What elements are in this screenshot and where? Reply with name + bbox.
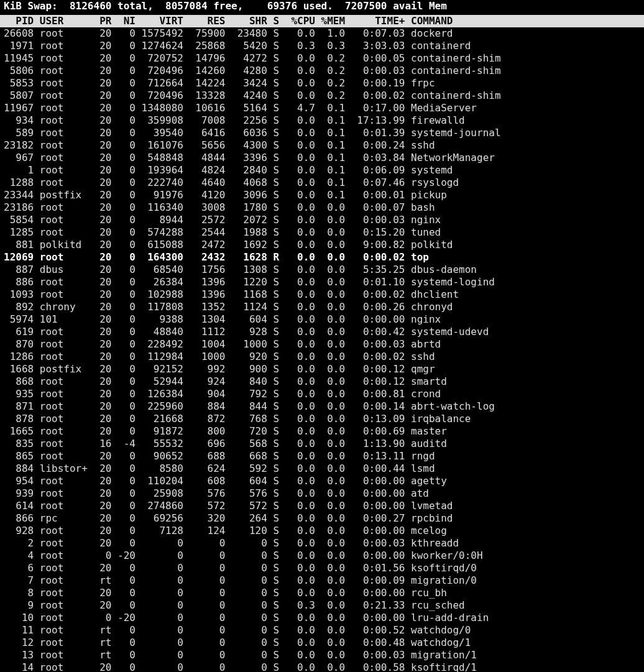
- process-row[interactable]: 5806 root 20 0 720496 14260 4280 S 0.0 0…: [0, 65, 644, 77]
- process-row[interactable]: 11967 root 20 0 1348080 10616 5164 S 4.7…: [0, 102, 644, 114]
- process-row[interactable]: 954 root 20 0 110204 608 604 S 0.0 0.0 0…: [0, 475, 644, 487]
- process-row[interactable]: 881 polkitd 20 0 615088 2472 1692 S 0.0 …: [0, 239, 644, 251]
- process-row[interactable]: 11945 root 20 0 720752 14796 4272 S 0.0 …: [0, 52, 644, 65]
- process-row[interactable]: 10 root 0 -20 0 0 0 S 0.0 0.0 0:00.00 lr…: [0, 612, 644, 624]
- process-row[interactable]: 887 dbus 20 0 68540 1756 1308 S 0.0 0.0 …: [0, 264, 644, 276]
- process-row[interactable]: 935 root 20 0 126384 904 792 S 0.0 0.0 0…: [0, 388, 644, 400]
- process-row[interactable]: 23344 postfix 20 0 91976 4120 3096 S 0.0…: [0, 189, 644, 201]
- process-row[interactable]: 886 root 20 0 26384 1396 1220 S 0.0 0.0 …: [0, 276, 644, 288]
- process-table-header[interactable]: PID USER PR NI VIRT RES SHR S %CPU %MEM …: [0, 15, 644, 27]
- process-row[interactable]: 5807 root 20 0 720496 13328 4240 S 0.0 0…: [0, 90, 644, 102]
- process-row[interactable]: 5853 root 20 0 712664 14224 3424 S 0.0 0…: [0, 77, 644, 90]
- process-row[interactable]: 11 root rt 0 0 0 0 S 0.0 0.0 0:00.52 wat…: [0, 624, 644, 637]
- process-row[interactable]: 12 root rt 0 0 0 0 S 0.0 0.0 0:00.48 wat…: [0, 637, 644, 649]
- process-row[interactable]: 6 root 20 0 0 0 0 S 0.0 0.0 0:01.56 ksof…: [0, 562, 644, 574]
- process-row[interactable]: 12069 root 20 0 164300 2432 1628 R 0.0 0…: [0, 251, 644, 264]
- process-row[interactable]: 967 root 20 0 548848 4844 3396 S 0.0 0.1…: [0, 152, 644, 164]
- process-row[interactable]: 9 root 20 0 0 0 0 S 0.3 0.0 0:21.33 rcu_…: [0, 599, 644, 612]
- process-row[interactable]: 23182 root 20 0 161076 5656 4300 S 0.0 0…: [0, 139, 644, 152]
- process-row[interactable]: 4 root 0 -20 0 0 0 S 0.0 0.0 0:00.00 kwo…: [0, 550, 644, 562]
- process-row[interactable]: 871 root 20 0 225960 884 844 S 0.0 0.0 0…: [0, 400, 644, 413]
- process-row[interactable]: 866 rpc 20 0 69256 320 264 S 0.0 0.0 0:0…: [0, 512, 644, 525]
- process-row[interactable]: 8 root 20 0 0 0 0 S 0.0 0.0 0:00.00 rcu_…: [0, 587, 644, 599]
- process-row[interactable]: 5974 101 20 0 9388 1304 604 S 0.0 0.0 0:…: [0, 313, 644, 326]
- process-row[interactable]: 1286 root 20 0 112984 1000 920 S 0.0 0.0…: [0, 351, 644, 363]
- process-row[interactable]: 23186 root 20 0 116340 3008 1780 S 0.0 0…: [0, 201, 644, 214]
- process-row[interactable]: 13 root rt 0 0 0 0 S 0.0 0.0 0:00.03 mig…: [0, 649, 644, 661]
- process-row[interactable]: 1288 root 20 0 222740 4640 4068 S 0.0 0.…: [0, 177, 644, 189]
- process-row[interactable]: 1668 postfix 20 0 92152 992 900 S 0.0 0.…: [0, 363, 644, 375]
- process-row[interactable]: 870 root 20 0 228492 1004 1000 S 0.0 0.0…: [0, 338, 644, 351]
- process-row[interactable]: 928 root 20 0 7128 124 120 S 0.0 0.0 0:0…: [0, 525, 644, 537]
- process-row[interactable]: 5854 root 20 0 8944 2572 2072 S 0.0 0.0 …: [0, 214, 644, 226]
- process-row[interactable]: 614 root 20 0 274860 572 572 S 0.0 0.0 0…: [0, 500, 644, 512]
- process-table-body: 26608 root 20 0 1575492 75900 23480 S 0.…: [0, 27, 644, 672]
- process-row[interactable]: 892 chrony 20 0 117808 1352 1124 S 0.0 0…: [0, 301, 644, 313]
- process-row[interactable]: 7 root rt 0 0 0 0 S 0.0 0.0 0:00.09 migr…: [0, 574, 644, 587]
- process-row[interactable]: 14 root 20 0 0 0 0 S 0.0 0.0 0:00.58 kso…: [0, 661, 644, 672]
- process-row[interactable]: 1093 root 20 0 102988 1396 1168 S 0.0 0.…: [0, 288, 644, 301]
- process-row[interactable]: 1665 root 20 0 91872 800 720 S 0.0 0.0 0…: [0, 425, 644, 438]
- process-row[interactable]: 1 root 20 0 193964 4824 2840 S 0.0 0.1 0…: [0, 164, 644, 177]
- process-row[interactable]: 939 root 20 0 25908 576 576 S 0.0 0.0 0:…: [0, 487, 644, 500]
- process-row[interactable]: 619 root 20 0 48840 1112 928 S 0.0 0.0 0…: [0, 326, 644, 338]
- process-row[interactable]: 878 root 20 0 21668 872 768 S 0.0 0.0 0:…: [0, 413, 644, 425]
- swap-summary-line: KiB Swap: 8126460 total, 8057084 free, 6…: [0, 0, 644, 12]
- process-row[interactable]: 865 root 20 0 90652 688 668 S 0.0 0.0 0:…: [0, 450, 644, 463]
- process-row[interactable]: 26608 root 20 0 1575492 75900 23480 S 0.…: [0, 27, 644, 40]
- process-row[interactable]: 884 libstor+ 20 0 8580 624 592 S 0.0 0.0…: [0, 463, 644, 475]
- process-row[interactable]: 868 root 20 0 52944 924 840 S 0.0 0.0 0:…: [0, 375, 644, 388]
- process-row[interactable]: 835 root 16 -4 55532 696 568 S 0.0 0.0 1…: [0, 438, 644, 450]
- process-row[interactable]: 934 root 20 0 359908 7008 2256 S 0.0 0.1…: [0, 114, 644, 127]
- process-row[interactable]: 1971 root 20 0 1274624 25868 5420 S 0.3 …: [0, 40, 644, 52]
- process-row[interactable]: 1285 root 20 0 574288 2544 1988 S 0.0 0.…: [0, 226, 644, 239]
- process-row[interactable]: 589 root 20 0 39540 6416 6036 S 0.0 0.1 …: [0, 127, 644, 139]
- process-row[interactable]: 2 root 20 0 0 0 0 S 0.0 0.0 0:00.03 kthr…: [0, 537, 644, 550]
